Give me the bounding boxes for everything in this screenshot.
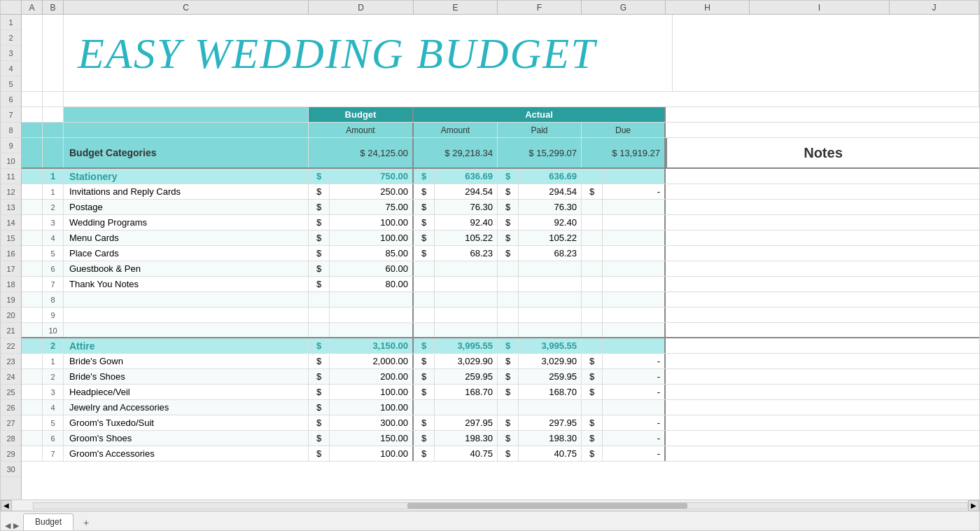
actual-paid-header: Paid xyxy=(498,123,582,137)
due-amount-14 xyxy=(603,200,666,214)
notes-15 xyxy=(666,215,979,230)
stat-paid-dollar: $ xyxy=(498,169,519,184)
due-amount-25: - xyxy=(603,369,666,384)
row-num-23: 23 xyxy=(1,354,21,369)
budget-dollar-18: $ xyxy=(309,261,330,276)
stationery-num: 1 xyxy=(43,169,64,184)
budget-tab[interactable]: Budget xyxy=(23,513,74,530)
attire-budget-dollar: $ xyxy=(309,338,330,353)
item-name-29: Groom's Shoes xyxy=(64,431,309,446)
due-dollar-28: $ xyxy=(582,415,603,430)
budget-dollar-30: $ xyxy=(309,446,330,461)
item-num-20: 8 xyxy=(43,292,64,307)
cell-c10 xyxy=(64,123,309,137)
due-dollar-16 xyxy=(582,230,603,245)
cell-a12 xyxy=(22,169,43,184)
tab-scroll-right[interactable]: ▶ xyxy=(12,521,20,530)
row-27: 4 Jewelry and Accessories $ 100.00 xyxy=(22,400,979,415)
actual-dollar-15: $ xyxy=(414,215,435,230)
budget-categories-label: Budget Categories xyxy=(64,138,309,167)
item-num-27: 4 xyxy=(43,400,64,415)
actual-header: Actual xyxy=(414,107,666,122)
paid-amount-25: 259.95 xyxy=(519,369,582,384)
row-num-12: 12 xyxy=(1,184,21,200)
due-dollar-13: $ xyxy=(582,184,603,199)
due-amount-17 xyxy=(603,246,666,261)
paid-dollar-17: $ xyxy=(498,246,519,261)
due-amount-16 xyxy=(603,230,666,245)
due-dollar-17 xyxy=(582,246,603,261)
paid-amount-18 xyxy=(519,261,582,276)
actual-dollar-26: $ xyxy=(414,385,435,399)
item-num-29: 6 xyxy=(43,431,64,446)
due-dollar-26: $ xyxy=(582,385,603,399)
due-dollar-14 xyxy=(582,200,603,214)
due-amount-30: - xyxy=(603,446,666,461)
budget-amount-27: 100.00 xyxy=(330,400,414,415)
budget-dollar-19: $ xyxy=(309,277,330,291)
horizontal-scrollbar[interactable]: ◀ ▶ xyxy=(1,499,979,511)
actual-due-total: $ 13,919.27 xyxy=(582,138,666,167)
cell-a11 xyxy=(22,138,43,167)
due-amount-28: - xyxy=(603,415,666,430)
scroll-left-arrow[interactable]: ◀ xyxy=(1,500,12,511)
budget-amount-26: 100.00 xyxy=(330,385,414,399)
item-num-30: 7 xyxy=(43,446,64,461)
title-span: EASY WEDDING BUDGET xyxy=(64,15,673,91)
due-dollar-24: $ xyxy=(582,354,603,368)
budget-amount-15: 100.00 xyxy=(330,215,414,230)
cell-notes10 xyxy=(666,123,979,137)
item-num-19: 7 xyxy=(43,277,64,291)
row-28: 5 Groom's Tuxedo/Suit $ 300.00 $ 297.95 … xyxy=(22,415,979,431)
paid-amount-14: 76.30 xyxy=(519,200,582,214)
attire-label: Attire xyxy=(64,338,309,353)
row-16: 4 Menu Cards $ 100.00 $ 105.22 $ 105.22 xyxy=(22,230,979,246)
actual-dollar-17: $ xyxy=(414,246,435,261)
notes-28 xyxy=(666,415,979,430)
tab-nav-arrows[interactable]: ◀ ▶ xyxy=(4,521,20,530)
budget-amount-25: 200.00 xyxy=(330,369,414,384)
actual-amount-19 xyxy=(435,277,498,291)
paid-dollar-27 xyxy=(498,400,519,415)
due-dollar-15 xyxy=(582,215,603,230)
budget-dollar-26: $ xyxy=(309,385,330,399)
grid: EASY WEDDING BUDGET Budget Actua xyxy=(22,15,979,499)
notes-14 xyxy=(666,200,979,214)
actual-amount-15: 92.40 xyxy=(435,215,498,230)
row-num-15: 15 xyxy=(1,230,21,246)
row-24: 1 Bride's Gown $ 2,000.00 $ 3,029.90 $ 3… xyxy=(22,354,979,369)
attire-due-dollar xyxy=(582,338,603,353)
scroll-track[interactable] xyxy=(33,502,968,509)
col-header-j: J xyxy=(890,1,979,14)
paid-dollar-19 xyxy=(498,277,519,291)
row-num-9: 9 xyxy=(1,138,21,153)
row-num-27: 27 xyxy=(1,415,21,431)
add-sheet-button[interactable]: + xyxy=(76,515,96,530)
budget-dollar-28: $ xyxy=(309,415,330,430)
budget-header: Budget xyxy=(309,107,414,122)
tab-scroll-left[interactable]: ◀ xyxy=(4,521,12,530)
scroll-thumb[interactable] xyxy=(407,503,687,509)
actual-dollar-29: $ xyxy=(414,431,435,446)
attire-due-amount xyxy=(603,338,666,353)
notes-13 xyxy=(666,184,979,199)
row-num-6: 6 xyxy=(1,92,21,107)
row-10-subheaders: Amount Amount Paid Due xyxy=(22,123,979,138)
actual-amount-27 xyxy=(435,400,498,415)
due-dollar-25: $ xyxy=(582,369,603,384)
row-num-26: 26 xyxy=(1,400,21,415)
paid-amount-16: 105.22 xyxy=(519,230,582,245)
notes-26 xyxy=(666,385,979,399)
actual-amount-26: 168.70 xyxy=(435,385,498,399)
row-num-30: 30 xyxy=(1,462,21,477)
actual-dollar-14: $ xyxy=(414,200,435,214)
row-21: 9 xyxy=(22,308,979,323)
paid-amount-13: 294.54 xyxy=(519,184,582,199)
paid-amount-29: 198.30 xyxy=(519,431,582,446)
row-26: 3 Headpiece/Veil $ 100.00 $ 168.70 $ 168… xyxy=(22,385,979,400)
paid-dollar-24: $ xyxy=(498,354,519,368)
row-num-title: 1 2 3 4 5 xyxy=(1,15,21,92)
actual-amount-29: 198.30 xyxy=(435,431,498,446)
row-num-21: 21 xyxy=(1,323,21,338)
scroll-right-arrow[interactable]: ▶ xyxy=(968,500,979,511)
